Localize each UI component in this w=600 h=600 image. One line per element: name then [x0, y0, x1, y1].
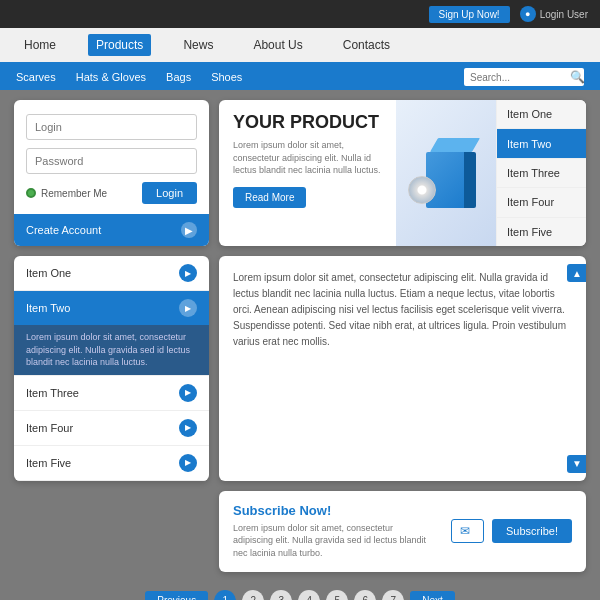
sidebar-item-five[interactable]: Item Five [497, 218, 586, 246]
search-icon[interactable]: 🔍 [570, 70, 585, 84]
text-paragraph: Lorem ipsum dolor sit amet, consectetur … [233, 270, 572, 350]
product-image [396, 100, 496, 246]
box-top [430, 138, 480, 152]
login-button[interactable]: Login [142, 182, 197, 204]
subnav-bags[interactable]: Bags [166, 71, 191, 83]
nav-contacts[interactable]: Contacts [335, 34, 398, 56]
page-6[interactable]: 6 [354, 590, 376, 600]
sub-nav: Scarves Hats & Gloves Bags Shoes 🔍 [0, 64, 600, 90]
acc-label-3: Item Three [26, 387, 79, 399]
create-account-label: Create Account [26, 224, 101, 236]
login-user-area: ● Login User [520, 6, 588, 22]
acc-header-5[interactable]: Item Five ▶ [14, 446, 209, 480]
accordion-card: Item One ▶ Item Two ▶ Lorem ipsum dolor … [14, 256, 209, 481]
arrow-right-icon: ▶ [181, 222, 197, 238]
acc-header-2[interactable]: Item Two ▶ [14, 291, 209, 325]
nav-about[interactable]: About Us [245, 34, 310, 56]
remember-text: Remember Me [41, 188, 107, 199]
sidebar-item-one[interactable]: Item One [497, 100, 586, 129]
main-content: Remember Me Login Create Account ▶ YOUR … [0, 90, 600, 582]
acc-label-2: Item Two [26, 302, 70, 314]
subscribe-text: Subscribe Now! Lorem ipsum dolor sit ame… [233, 503, 431, 560]
scroll-up-button[interactable]: ▲ [567, 264, 586, 282]
subscribe-button[interactable]: Subscribe! [492, 519, 572, 543]
page-7[interactable]: 7 [382, 590, 404, 600]
search-bar[interactable]: 🔍 [464, 68, 584, 86]
product-content: YOUR PRODUCT Lorem ipsum dolor sit amet,… [219, 100, 396, 246]
subscribe-title: Subscribe Now! [233, 503, 431, 518]
read-more-button[interactable]: Read More [233, 187, 306, 208]
sidebar-item-three[interactable]: Item Three [497, 159, 586, 188]
acc-header-3[interactable]: Item Three ▶ [14, 376, 209, 410]
prev-button[interactable]: Previous [145, 591, 208, 600]
subnav-scarves[interactable]: Scarves [16, 71, 56, 83]
items-sidebar: Item One Item Two Item Three Item Four I… [496, 100, 586, 246]
acc-play-4: ▶ [179, 419, 197, 437]
subnav-shoes[interactable]: Shoes [211, 71, 242, 83]
page-5[interactable]: 5 [326, 590, 348, 600]
acc-item-5: Item Five ▶ [14, 446, 209, 481]
subscribe-card: Subscribe Now! Lorem ipsum dolor sit ame… [219, 491, 586, 572]
nav-news[interactable]: News [175, 34, 221, 56]
acc-content-2: Lorem ipsum dolor sit amet, consectetur … [14, 325, 209, 375]
product-title: YOUR PRODUCT [233, 112, 382, 133]
acc-item-2: Item Two ▶ Lorem ipsum dolor sit amet, c… [14, 291, 209, 376]
signup-button[interactable]: Sign Up Now! [429, 6, 510, 23]
nav-bar: Home Products News About Us Contacts [0, 28, 600, 64]
login-card: Remember Me Login Create Account ▶ [14, 100, 209, 246]
sidebar-item-four[interactable]: Item Four [497, 188, 586, 217]
acc-item-3: Item Three ▶ [14, 376, 209, 411]
acc-label-1: Item One [26, 267, 71, 279]
page-4[interactable]: 4 [298, 590, 320, 600]
cd-disc [408, 176, 436, 204]
search-input[interactable] [470, 72, 570, 83]
email-input-wrap: ✉ [451, 519, 484, 543]
remember-label[interactable]: Remember Me [26, 188, 107, 199]
acc-item-4: Item Four ▶ [14, 411, 209, 446]
subscribe-description: Lorem ipsum dolor sit amet, consectetur … [233, 522, 431, 560]
acc-play-1: ▶ [179, 264, 197, 282]
nav-home[interactable]: Home [16, 34, 64, 56]
page-2[interactable]: 2 [242, 590, 264, 600]
product-banner: YOUR PRODUCT Lorem ipsum dolor sit amet,… [219, 100, 586, 246]
acc-header-1[interactable]: Item One ▶ [14, 256, 209, 290]
radio-green [26, 188, 36, 198]
login-input[interactable] [26, 114, 197, 140]
acc-play-3: ▶ [179, 384, 197, 402]
product-description: Lorem ipsum dolor sit amet, consectetur … [233, 139, 382, 177]
subscribe-form: ✉ Subscribe! [451, 519, 572, 543]
text-content-card: ▲ Lorem ipsum dolor sit amet, consectetu… [219, 256, 586, 481]
nav-products[interactable]: Products [88, 34, 151, 56]
create-account-bar[interactable]: Create Account ▶ [14, 214, 209, 246]
user-icon: ● [520, 6, 536, 22]
acc-play-2: ▶ [179, 299, 197, 317]
login-user-label: Login User [540, 9, 588, 20]
acc-item-1: Item One ▶ [14, 256, 209, 291]
box-side [464, 152, 476, 208]
pagination: Previous 1 2 3 4 5 6 7 Next [0, 582, 600, 600]
acc-play-5: ▶ [179, 454, 197, 472]
sidebar-item-two[interactable]: Item Two [497, 129, 586, 158]
subnav-hats[interactable]: Hats & Gloves [76, 71, 146, 83]
email-icon: ✉ [460, 524, 470, 538]
acc-label-5: Item Five [26, 457, 71, 469]
acc-label-4: Item Four [26, 422, 73, 434]
remember-row: Remember Me Login [26, 182, 197, 204]
top-bar: Sign Up Now! ● Login User [0, 0, 600, 28]
acc-header-4[interactable]: Item Four ▶ [14, 411, 209, 445]
page-3[interactable]: 3 [270, 590, 292, 600]
text-content: Lorem ipsum dolor sit amet, consectetur … [233, 270, 572, 350]
next-button[interactable]: Next [410, 591, 455, 600]
password-input[interactable] [26, 148, 197, 174]
scroll-down-button[interactable]: ▼ [567, 455, 586, 473]
product-3d-box [416, 138, 476, 208]
page-1[interactable]: 1 [214, 590, 236, 600]
